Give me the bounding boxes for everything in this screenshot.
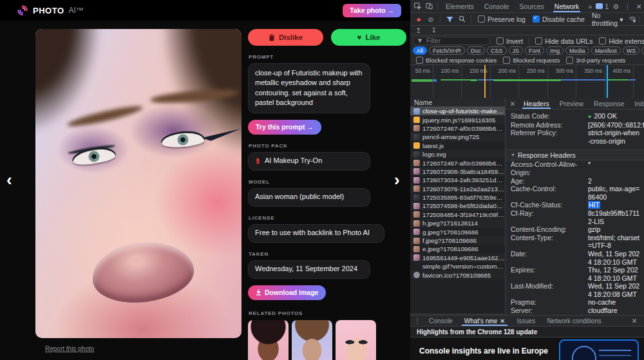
table-row[interactable]: 1726072467-af0c03988b6281d6... bbox=[410, 124, 505, 133]
blocked-requests-checkbox[interactable]: Blocked requests bbox=[503, 57, 560, 64]
table-row[interactable]: logo.svg bbox=[410, 150, 505, 158]
whats-new-body: Console insights are live in Europe bbox=[410, 337, 644, 360]
brand[interactable]: PHOTO AI™ bbox=[17, 5, 84, 16]
clear-network-log-icon[interactable]: ⊘ bbox=[425, 14, 437, 24]
3rd-party-requests-checkbox[interactable]: 3rd-party requests bbox=[566, 57, 625, 64]
network-conditions-icon[interactable] bbox=[627, 14, 638, 24]
throttling-value: No throttling bbox=[592, 12, 618, 27]
table-row[interactable]: simple.gif?version=custom_latest... bbox=[410, 262, 505, 270]
related-photo-1[interactable] bbox=[248, 320, 289, 360]
prompt-text-box[interactable]: close-up of Futuristic makeup with metal… bbox=[248, 63, 370, 113]
inspect-element-icon[interactable] bbox=[412, 1, 423, 12]
table-row[interactable]: 1725035895-83a5f76359ecd96c... bbox=[410, 193, 505, 202]
chip-fetch-xhr[interactable]: Fetch/XHR bbox=[429, 46, 465, 55]
taken-box[interactable]: Wednesday, 11 September 2024 bbox=[248, 260, 370, 279]
settings-gear-icon[interactable]: ⚙ bbox=[610, 1, 621, 12]
device-toolbar-icon[interactable] bbox=[423, 1, 435, 12]
table-row[interactable]: 1726073076-11e2a2aa21300e1ce... bbox=[410, 185, 505, 193]
export-har-icon[interactable]: ↧ bbox=[428, 25, 440, 35]
waterfall-bar bbox=[629, 79, 635, 81]
filter-input-box[interactable] bbox=[413, 37, 490, 45]
invert-checkbox[interactable]: Invert bbox=[497, 37, 523, 45]
table-row[interactable]: h.jpeg?1716128114 bbox=[410, 219, 505, 227]
table-row[interactable]: 1725084854-3f194719c09f49b8... bbox=[410, 211, 505, 219]
preserve-log-checkbox[interactable]: Preserve log bbox=[478, 15, 526, 23]
response-headers-section-header[interactable]: ▼Response Headers bbox=[506, 149, 644, 160]
headers-tab-response[interactable]: Response bbox=[589, 98, 629, 109]
close-drawer-icon[interactable]: ✕ bbox=[629, 316, 640, 326]
tab-elements[interactable]: Elements bbox=[440, 0, 479, 12]
table-row[interactable]: 1726073034-2afc393251d0a901... bbox=[410, 176, 505, 184]
header-value: * bbox=[588, 160, 644, 176]
table-row[interactable]: favicon.ico?1708109685 bbox=[410, 270, 505, 279]
headers-tab-preview[interactable]: Preview bbox=[554, 98, 589, 109]
network-overview-timeline[interactable]: 50 ms100 ms150 ms200 ms250 ms300 ms350 m… bbox=[410, 65, 644, 101]
license-box[interactable]: Free to use with backlink to Photo AI bbox=[248, 224, 384, 243]
whats-new-headline[interactable]: Console insights are live in Europe bbox=[419, 346, 548, 355]
close-devtools-icon[interactable]: ✕ bbox=[633, 1, 644, 12]
hide-data-urls-checkbox[interactable]: Hide data URLs bbox=[535, 37, 592, 45]
kebab-menu-icon[interactable]: ⋮ bbox=[621, 1, 633, 12]
filter-icon[interactable] bbox=[444, 14, 455, 24]
name-column-header[interactable]: Name bbox=[410, 98, 505, 107]
previous-photo-button[interactable]: ‹ bbox=[6, 171, 12, 188]
headers-tab-initiator[interactable]: Initiator bbox=[629, 98, 644, 109]
related-photo-2[interactable] bbox=[292, 320, 332, 360]
chip-manifest[interactable]: Manifest bbox=[591, 46, 621, 55]
try-this-prompt-button[interactable]: Try this prompt → bbox=[248, 120, 321, 135]
chip-doc[interactable]: Doc bbox=[467, 46, 485, 55]
chip-js[interactable]: JS bbox=[509, 46, 524, 55]
throttling-dropdown[interactable]: No throttling▾ bbox=[592, 12, 623, 27]
chip-img[interactable]: Img bbox=[546, 46, 564, 55]
search-icon[interactable] bbox=[456, 14, 468, 24]
photo-pack-box[interactable]: AI Makeup Try-On bbox=[248, 152, 370, 171]
blocked-response-cookies-checkbox[interactable]: Blocked response cookies bbox=[416, 57, 497, 64]
chip-font[interactable]: Font bbox=[525, 46, 544, 55]
table-row[interactable]: 1726072908-3ba8ca184592a4a5... bbox=[410, 167, 505, 176]
table-row[interactable]: 1726072467-af0c03988b6281d6... bbox=[410, 158, 505, 167]
drawer-tab-network-conditions[interactable]: Network conditions bbox=[541, 316, 607, 326]
close-tab-icon[interactable]: ✕ bbox=[500, 317, 505, 325]
waterfall-bar bbox=[433, 79, 437, 82]
table-row[interactable]: pencil-arrow.png725 bbox=[410, 133, 505, 141]
table-row[interactable]: jquery.min.js?1699116305 bbox=[410, 115, 505, 124]
more-tabs-icon[interactable]: » bbox=[584, 1, 596, 12]
filter-input[interactable] bbox=[425, 37, 486, 45]
like-button[interactable]: ♥ Like bbox=[331, 29, 406, 46]
tab-sources[interactable]: Sources bbox=[514, 0, 549, 12]
drawer-tab-what-s-new[interactable]: What's new✕ bbox=[459, 316, 511, 326]
drawer-tab-issues[interactable]: Issues bbox=[511, 316, 541, 326]
import-har-icon[interactable]: ↥ bbox=[413, 25, 424, 35]
error-badge[interactable]: 1 bbox=[596, 3, 609, 10]
disable-cache-checkbox[interactable]: Disable cache bbox=[533, 15, 585, 23]
model-box[interactable]: Asian woman (public model) bbox=[248, 188, 370, 207]
report-photo-link[interactable]: Report this photo bbox=[45, 345, 94, 352]
hide-extension-urls-checkbox[interactable]: Hide extension URLs bbox=[599, 37, 644, 45]
table-row[interactable]: f.jpeg?1708109686 bbox=[410, 236, 505, 245]
related-photo-3[interactable] bbox=[336, 320, 376, 360]
table-row[interactable]: 1695561449-e9051aae162ed3ce... bbox=[410, 254, 505, 262]
table-row[interactable]: g.jpeg?1708109686 bbox=[410, 227, 505, 236]
waterfall-bar bbox=[412, 79, 433, 82]
tab-console[interactable]: Console bbox=[479, 0, 515, 12]
chip-ws[interactable]: WS bbox=[623, 46, 640, 55]
table-row[interactable]: close-up-of-futuristic-makeup-wi... bbox=[410, 107, 505, 115]
close-headers-pane-icon[interactable]: ✕ bbox=[507, 99, 518, 109]
chip-css[interactable]: CSS bbox=[487, 46, 507, 55]
request-name: logo.svg bbox=[422, 151, 446, 158]
take-photo-button[interactable]: Take photo → bbox=[343, 4, 401, 17]
whats-new-highlights[interactable]: Highlights from the Chrome 128 update bbox=[410, 327, 644, 337]
drawer-tab-console[interactable]: Console bbox=[423, 316, 459, 326]
drawer-kebab-icon[interactable]: ⋮ bbox=[412, 316, 423, 326]
table-row[interactable]: latest.js bbox=[410, 142, 505, 150]
tab-network[interactable]: Network bbox=[549, 0, 585, 12]
table-row[interactable]: 1725074598-be5f82dada0d3be7... bbox=[410, 202, 505, 210]
table-row[interactable]: e.jpeg?1708109686 bbox=[410, 245, 505, 253]
download-image-button[interactable]: Download image bbox=[248, 285, 326, 300]
chip-all[interactable]: All bbox=[413, 46, 427, 55]
chip-wasm[interactable]: Wasm bbox=[641, 46, 644, 55]
dislike-button[interactable]: Dislike bbox=[248, 29, 323, 46]
record-network-log-icon[interactable]: ● bbox=[413, 14, 424, 24]
headers-tab-headers[interactable]: Headers bbox=[518, 98, 554, 109]
chip-media[interactable]: Media bbox=[565, 46, 589, 55]
